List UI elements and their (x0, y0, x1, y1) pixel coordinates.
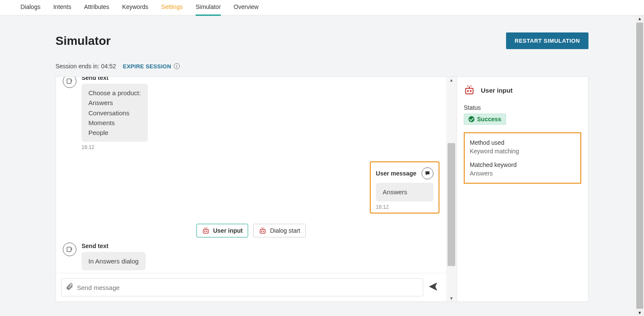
svg-rect-4 (260, 229, 265, 233)
send-text-icon (63, 243, 76, 256)
chat-scrollbar[interactable]: ▲ ▼ (446, 77, 457, 301)
message-input[interactable] (73, 284, 419, 291)
user-input-pill-label: User input (213, 227, 243, 234)
svg-point-10 (470, 91, 471, 91)
user-input-pill[interactable]: User input (196, 224, 248, 237)
method-box: Method used Keyword matching Matched key… (464, 132, 581, 184)
scroll-up-icon[interactable]: ▲ (638, 15, 642, 22)
send-icon[interactable] (425, 281, 441, 294)
nav-keywords[interactable]: Keywords (122, 0, 148, 16)
info-icon: i (174, 63, 180, 69)
message-timestamp: 16:12 (376, 204, 433, 210)
message-timestamp: 16:12 (82, 144, 94, 150)
svg-point-3 (206, 231, 207, 231)
scroll-down-icon[interactable]: ▼ (449, 295, 454, 301)
svg-rect-1 (203, 229, 208, 233)
bot-message-bubble: Choose a product: Answers Conversations … (82, 84, 148, 142)
svg-point-9 (468, 91, 468, 91)
svg-point-6 (263, 231, 264, 231)
nav-intents[interactable]: Intents (53, 0, 71, 16)
expire-session-link[interactable]: EXPIRE SESSION i (123, 63, 180, 70)
send-text-label: Send text (82, 77, 108, 81)
check-icon (468, 116, 474, 122)
page-title: Simulator (56, 34, 111, 48)
send-text-icon (63, 77, 76, 88)
matched-keyword-value: Answers (470, 170, 575, 177)
restart-simulation-button[interactable]: RESTART SIMULATION (506, 32, 588, 49)
nav-overview[interactable]: Overview (234, 0, 258, 16)
panel-title: User input (481, 87, 512, 94)
nav-simulator[interactable]: Simulator (196, 0, 221, 16)
page-scrollbar[interactable]: ▲ ▼ (635, 15, 644, 316)
method-used-value: Keyword matching (470, 148, 575, 155)
scroll-down-icon[interactable]: ▼ (638, 310, 642, 316)
status-badge: Success (464, 114, 506, 125)
nav-dialogs[interactable]: Dialogs (20, 0, 41, 16)
nav-settings[interactable]: Settings (161, 0, 183, 16)
attach-icon[interactable] (66, 283, 73, 292)
method-used-label: Method used (470, 139, 575, 146)
scroll-up-icon[interactable]: ▲ (449, 77, 454, 83)
dialog-start-pill[interactable]: Dialog start (253, 224, 306, 237)
chat-bubble-icon (422, 167, 433, 179)
scroll-thumb[interactable] (636, 23, 643, 309)
user-message-bubble: Answers (376, 183, 433, 201)
matched-keyword-label: Matched keyword (470, 161, 575, 168)
chat-log: Send text Choose a product: Answers Conv… (56, 77, 446, 273)
status-label: Status (464, 104, 581, 111)
svg-point-5 (261, 231, 262, 231)
svg-rect-8 (465, 88, 473, 94)
user-message-block[interactable]: User message Answers 16:12 (370, 161, 439, 213)
top-nav: Dialogs Intents Attributes Keywords Sett… (0, 0, 644, 15)
svg-point-2 (205, 231, 205, 231)
svg-rect-0 (67, 79, 71, 84)
bot-message-bubble: In Answers dialog (82, 252, 146, 270)
scroll-thumb[interactable] (448, 143, 455, 266)
svg-rect-7 (67, 247, 71, 252)
details-panel: User input Status Success Method used Ke… (457, 77, 588, 301)
user-message-label: User message (376, 170, 416, 177)
session-countdown: Session ends in: 04:52 (56, 63, 116, 70)
dialog-start-pill-label: Dialog start (270, 227, 300, 234)
nav-attributes[interactable]: Attributes (84, 0, 109, 16)
send-text-label: Send text (82, 243, 108, 249)
